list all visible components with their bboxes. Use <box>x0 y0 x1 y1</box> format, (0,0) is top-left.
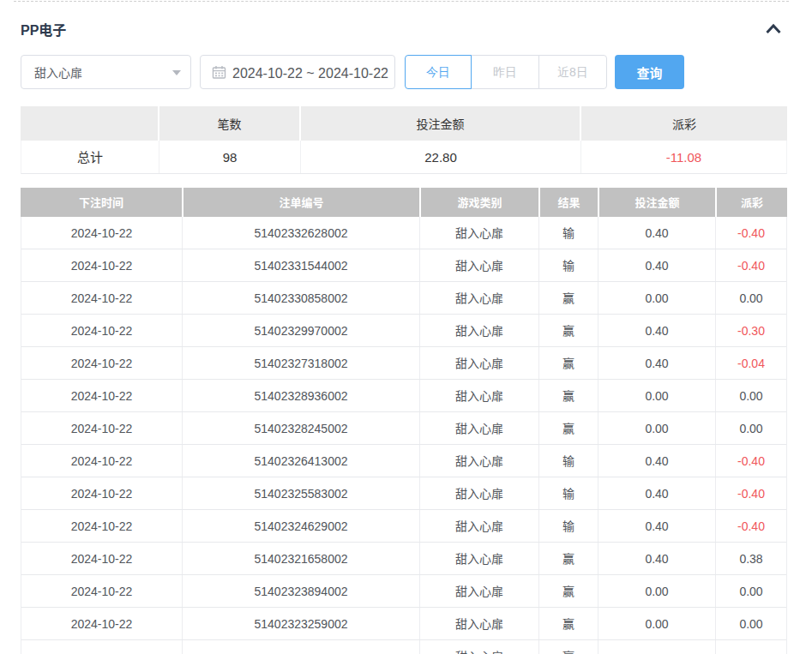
cell-bet-amount: 0.00 <box>598 412 715 444</box>
cell-payout: -0.40 <box>715 477 786 509</box>
cell-game-type: 甜入心扉 <box>419 412 538 444</box>
cell-payout: 0.00 <box>715 608 786 639</box>
cell-bet-time: 2024-10-22 <box>21 412 182 444</box>
cell-order-no: 51402327318002 <box>182 347 419 379</box>
table-row: 2024-10-22 51402332628002 甜入心扉 输 0.40 -0… <box>21 217 786 249</box>
cell-result: 输 <box>538 249 598 281</box>
column-header-payout: 派彩 <box>715 188 787 217</box>
cell-order-no: 51402321658002 <box>182 543 419 574</box>
collapse-button[interactable] <box>765 21 782 38</box>
cell-bet-amount: 0.40 <box>598 249 715 281</box>
cell-order-no: 51402329970002 <box>182 315 419 346</box>
summary-table: 笔数 投注金额 派彩 总计 98 22.80 -11.08 <box>21 106 787 174</box>
cell-bet-amount: 0.40 <box>598 217 715 249</box>
filter-bar: 甜入心扉 2024-10-22 ~ 2024-10-22 今日 昨日 近8日 查… <box>21 55 684 89</box>
cell-game-type: 甜入心扉 <box>419 608 538 639</box>
summary-header-blank <box>21 106 158 141</box>
cell-payout: 0.00 <box>715 282 786 314</box>
date-range-value: 2024-10-22 ~ 2024-10-22 <box>232 62 388 82</box>
cell-result: 赢 <box>538 380 598 411</box>
summary-header-row: 笔数 投注金额 派彩 <box>21 106 787 141</box>
cell-bet-amount: 0.00 <box>598 282 715 314</box>
table-row: 2024-10-22 51402325583002 甜入心扉 输 0.40 -0… <box>21 477 786 510</box>
yesterday-button[interactable]: 昨日 <box>471 55 539 89</box>
cell-game-type: 甜入心扉 <box>419 217 538 249</box>
cell-result: 赢 <box>538 575 598 607</box>
cell-bet-amount: 0.40 <box>598 510 715 542</box>
cell-payout: 0.00 <box>715 380 786 411</box>
cell-bet-time: 2024-10-22 <box>21 380 182 411</box>
cell-result: 赢 <box>538 282 598 314</box>
date-range-input[interactable]: 2024-10-22 ~ 2024-10-22 <box>200 55 395 89</box>
cell-payout: -0.40 <box>715 217 786 249</box>
cell-result: 赢 <box>538 315 598 346</box>
cell-result: 赢 <box>538 347 598 379</box>
summary-header-payout: 派彩 <box>580 106 787 141</box>
table-row: 2024-10-22 51402323259002 甜入心扉 赢 0.00 0.… <box>21 608 786 640</box>
cell-payout: -0.04 <box>715 347 786 379</box>
cell-bet-amount <box>598 640 715 654</box>
caret-down-icon <box>172 70 181 75</box>
cell-result: 赢 <box>538 608 598 639</box>
cell-bet-time: 2024-10-22 <box>21 282 182 314</box>
panel-header: PP电子 <box>21 21 787 38</box>
cell-order-no: 51402330858002 <box>182 282 419 314</box>
cell-bet-amount: 0.40 <box>598 445 715 477</box>
cell-order-no: 51402331544002 <box>182 249 419 281</box>
cell-game-type: 甜入心扉 <box>419 282 538 314</box>
column-header-game-type: 游戏类别 <box>419 188 538 217</box>
cell-payout: 0.00 <box>715 412 786 444</box>
cell-bet-time: 2024-10-22 <box>21 477 182 509</box>
section-divider-dashed <box>14 1 789 2</box>
cell-payout: 0.38 <box>715 543 786 574</box>
search-button[interactable]: 查询 <box>615 55 684 89</box>
calendar-icon <box>212 65 226 80</box>
cell-result: 输 <box>538 217 598 249</box>
cell-bet-amount: 0.00 <box>598 380 715 411</box>
cell-bet-amount: 0.40 <box>598 315 715 346</box>
cell-order-no: 51402323894002 <box>182 575 419 607</box>
summary-header-count: 笔数 <box>158 106 299 141</box>
table-header-row: 下注时间 注单编号 游戏类别 结果 投注金额 派彩 <box>21 188 787 217</box>
cell-game-type: 甜入心扉 <box>419 347 538 379</box>
summary-header-bet-amount: 投注金额 <box>299 106 580 141</box>
cell-payout: -0.40 <box>715 249 786 281</box>
panel-title: PP电子 <box>21 21 787 38</box>
quick-range-group: 今日 昨日 近8日 <box>405 55 607 89</box>
cell-bet-time: 2024-10-22 <box>21 575 182 607</box>
cell-order-no: 51402328936002 <box>182 380 419 411</box>
table-row: 2024-10-22 51402323894002 甜入心扉 赢 0.00 0.… <box>21 575 786 608</box>
cell-game-type: 甜入心扉 <box>419 445 538 477</box>
today-button[interactable]: 今日 <box>405 55 472 89</box>
table-row: 2024-10-22 51402327318002 甜入心扉 赢 0.40 -0… <box>21 347 786 380</box>
cell-game-type: 甜入心扉 <box>419 477 538 509</box>
table-row: 2024-10-22 51402328245002 甜入心扉 赢 0.00 0.… <box>21 412 786 445</box>
cell-game-type: 甜入心扉 <box>419 640 538 654</box>
summary-total-payout: -11.08 <box>580 141 786 173</box>
bet-records-table: 下注时间 注单编号 游戏类别 结果 投注金额 派彩 2024-10-22 514… <box>21 188 787 654</box>
cell-bet-amount: 0.40 <box>598 477 715 509</box>
summary-total-count: 98 <box>159 141 300 173</box>
summary-total-bet-amount: 22.80 <box>300 141 580 173</box>
cell-bet-amount: 0.40 <box>598 347 715 379</box>
cell-bet-time: 2024-10-22 <box>21 608 182 639</box>
cell-result: 输 <box>538 477 598 509</box>
cell-bet-time: 2024-10-22 <box>21 543 182 574</box>
game-select[interactable]: 甜入心扉 <box>21 55 191 89</box>
cell-game-type: 甜入心扉 <box>419 510 538 542</box>
last-8-days-button[interactable]: 近8日 <box>538 55 607 89</box>
table-row: 2024-10-22 51402329970002 甜入心扉 赢 0.40 -0… <box>21 315 786 347</box>
cell-bet-time <box>21 640 182 654</box>
table-row: 2024-10-22 51402328936002 甜入心扉 赢 0.00 0.… <box>21 380 786 412</box>
cell-game-type: 甜入心扉 <box>419 380 538 411</box>
table-row: 2024-10-22 51402324629002 甜入心扉 输 0.40 -0… <box>21 510 786 543</box>
cell-payout: 0.00 <box>715 575 786 607</box>
cell-order-no: 51402324629002 <box>182 510 419 542</box>
cell-order-no <box>182 640 419 654</box>
cell-payout: -0.40 <box>715 510 786 542</box>
cell-result: 赢 <box>538 412 598 444</box>
cell-result: 赢 <box>538 640 598 654</box>
column-header-order-no: 注单编号 <box>182 188 419 217</box>
cell-result: 赢 <box>538 543 598 574</box>
cell-payout: -0.40 <box>715 445 786 477</box>
